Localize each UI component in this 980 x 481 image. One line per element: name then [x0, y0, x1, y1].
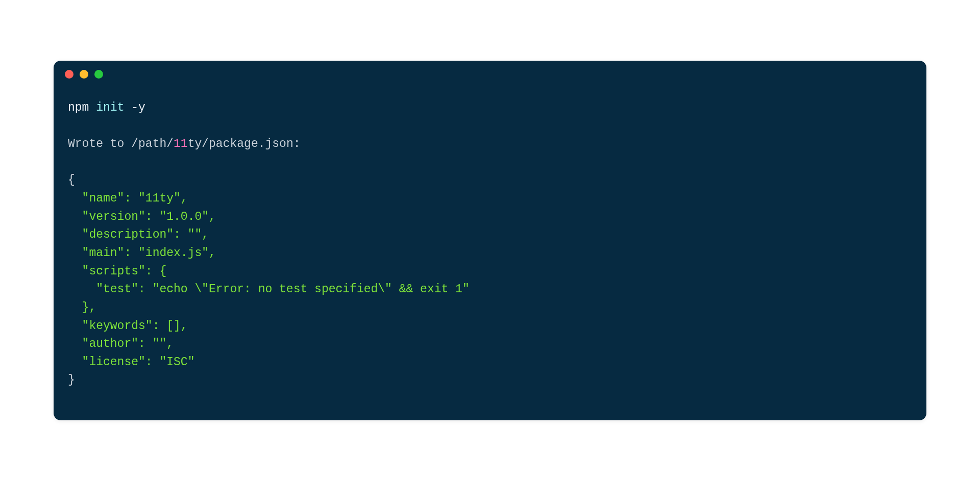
json-main: "main": "index.js", [68, 246, 216, 260]
json-test: "test": "echo \"Error: no test specified… [68, 283, 470, 296]
json-scripts-close: }, [68, 301, 96, 314]
terminal-window: npm init -y Wrote to /path/11ty/package.… [54, 61, 926, 420]
json-scripts-open: "scripts": { [68, 265, 166, 278]
close-icon[interactable] [65, 70, 74, 79]
json-version: "version": "1.0.0", [68, 210, 216, 223]
json-close: } [68, 373, 75, 387]
json-open: { [68, 173, 75, 187]
json-author: "author": "", [68, 337, 174, 350]
json-license: "license": "ISC" [68, 356, 194, 369]
minimize-icon[interactable] [80, 70, 88, 79]
command-npm: npm [68, 101, 96, 114]
json-description: "description": "", [68, 228, 209, 241]
wrote-prefix: Wrote to /path/ [68, 137, 174, 150]
wrote-suffix: ty/package.json: [188, 137, 301, 150]
wrote-number: 11 [174, 137, 188, 150]
json-name: "name": "11ty", [68, 192, 188, 205]
titlebar [54, 61, 926, 79]
json-keywords: "keywords": [], [68, 319, 188, 333]
command-init: init [96, 101, 124, 114]
command-flag: -y [124, 101, 145, 114]
terminal-content: npm init -y Wrote to /path/11ty/package.… [54, 79, 926, 420]
maximize-icon[interactable] [94, 70, 103, 79]
